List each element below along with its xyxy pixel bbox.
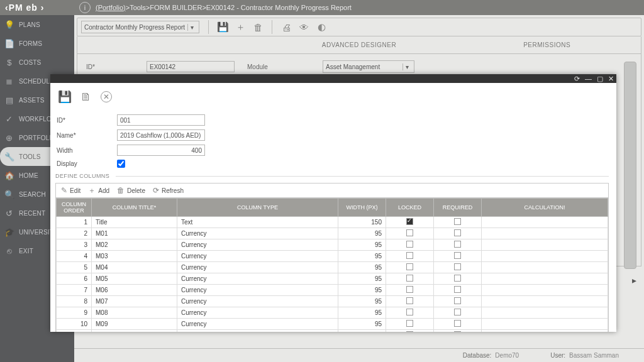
tab-0[interactable] bbox=[77, 36, 265, 53]
checkbox-icon[interactable] bbox=[406, 218, 413, 225]
grid-add-button[interactable]: ＋Add bbox=[88, 185, 109, 196]
grid-refresh-button[interactable]: ⟳Refresh bbox=[153, 186, 184, 195]
cell-locked[interactable] bbox=[386, 251, 434, 262]
th-width[interactable]: WIDTH (PX) bbox=[338, 199, 386, 217]
table-row[interactable]: 8M07Currency95 bbox=[57, 296, 608, 307]
add-icon[interactable]: ＋ bbox=[233, 21, 247, 33]
form-id-input[interactable] bbox=[147, 61, 235, 72]
save-icon[interactable]: 💾 bbox=[58, 90, 72, 104]
tab-2[interactable]: PERMISSIONS bbox=[453, 36, 641, 53]
checkbox-icon[interactable] bbox=[406, 297, 413, 304]
checkbox-icon[interactable] bbox=[454, 309, 461, 315]
th-order[interactable]: COLUMN ORDER bbox=[57, 199, 92, 217]
checkbox-icon[interactable] bbox=[406, 241, 413, 248]
cell-required[interactable] bbox=[434, 239, 482, 251]
cell-required[interactable] bbox=[434, 319, 482, 330]
checkbox-icon[interactable] bbox=[454, 218, 461, 225]
th-type[interactable]: COLUMN TYPE bbox=[177, 199, 338, 217]
grid-edit-button[interactable]: ✎Edit bbox=[61, 186, 80, 195]
checkbox-icon[interactable] bbox=[454, 275, 461, 282]
save-new-icon[interactable]: 🗎 bbox=[80, 90, 92, 104]
checkbox-icon[interactable] bbox=[406, 286, 413, 293]
columns-grid[interactable]: COLUMN ORDER COLUMN TITLE* COLUMN TYPE W… bbox=[55, 198, 609, 332]
cell-locked[interactable] bbox=[386, 239, 434, 251]
table-row[interactable]: 3M02Currency95 bbox=[57, 239, 608, 251]
checkbox-icon[interactable] bbox=[406, 309, 413, 315]
checkbox-icon[interactable] bbox=[454, 297, 461, 304]
th-locked[interactable]: LOCKED bbox=[386, 199, 434, 217]
checkbox-icon[interactable] bbox=[406, 320, 413, 327]
th-title[interactable]: COLUMN TITLE* bbox=[92, 199, 177, 217]
preview-icon[interactable]: 👁 bbox=[297, 22, 311, 33]
cell-required[interactable] bbox=[434, 285, 482, 296]
checkbox-icon[interactable] bbox=[454, 331, 461, 332]
th-required[interactable]: REQUIRED bbox=[434, 199, 482, 217]
chevron-right-icon[interactable]: ▸ bbox=[632, 275, 636, 285]
cell-locked[interactable] bbox=[386, 307, 434, 319]
crumb-tools[interactable]: Tools bbox=[130, 4, 146, 11]
checkbox-icon[interactable] bbox=[454, 252, 461, 259]
checkbox-icon[interactable] bbox=[406, 263, 413, 270]
cell-locked[interactable] bbox=[386, 296, 434, 307]
cell-required[interactable] bbox=[434, 217, 482, 228]
checkbox-icon[interactable] bbox=[454, 229, 461, 236]
th-calc[interactable]: CALCULATION! bbox=[482, 199, 608, 217]
cell-locked[interactable] bbox=[386, 228, 434, 239]
crumb-code[interactable]: EX00142 bbox=[206, 4, 235, 11]
cell-required[interactable] bbox=[434, 262, 482, 273]
cell-required[interactable] bbox=[434, 228, 482, 239]
reload-icon[interactable]: ⟳ bbox=[574, 75, 580, 83]
minimize-icon[interactable]: — bbox=[585, 75, 592, 82]
crumb-formbuilder[interactable]: FORM BUILDER bbox=[150, 4, 202, 11]
checkbox-icon[interactable] bbox=[406, 252, 413, 259]
cell-locked[interactable] bbox=[386, 285, 434, 296]
right-scrollbar[interactable]: ▸ bbox=[624, 62, 638, 337]
checkbox-icon[interactable] bbox=[454, 320, 461, 327]
checkbox-icon[interactable] bbox=[454, 241, 461, 248]
table-row[interactable]: 6M05Currency95 bbox=[57, 273, 608, 285]
cell-required[interactable] bbox=[434, 330, 482, 332]
cell-locked[interactable] bbox=[386, 330, 434, 332]
crumb-portfolio[interactable]: (Portfolio) bbox=[96, 4, 126, 11]
toggle-icon[interactable]: ◐ bbox=[314, 21, 328, 33]
checkbox-icon[interactable] bbox=[454, 286, 461, 293]
table-row[interactable]: 10M09Currency95 bbox=[57, 319, 608, 330]
cell-required[interactable] bbox=[434, 296, 482, 307]
mf-display-checkbox[interactable] bbox=[117, 160, 125, 168]
cell-required[interactable] bbox=[434, 251, 482, 262]
sidebar-item-forms[interactable]: 📄FORMS bbox=[0, 34, 74, 53]
cell-required[interactable] bbox=[434, 307, 482, 319]
cell-locked[interactable] bbox=[386, 217, 434, 228]
grid-delete-button[interactable]: 🗑Delete bbox=[117, 186, 145, 195]
table-row[interactable]: 5M04Currency95 bbox=[57, 262, 608, 273]
table-row[interactable]: 9M08Currency95 bbox=[57, 307, 608, 319]
close-icon[interactable]: ✕ bbox=[608, 75, 614, 83]
cell-locked[interactable] bbox=[386, 319, 434, 330]
checkbox-icon[interactable] bbox=[406, 275, 413, 282]
cancel-icon[interactable]: ✕ bbox=[101, 91, 112, 102]
maximize-icon[interactable]: ▢ bbox=[597, 75, 603, 83]
module-dropdown[interactable]: Asset Management ▾ bbox=[323, 60, 414, 73]
checkbox-icon[interactable] bbox=[454, 263, 461, 270]
checkbox-icon[interactable] bbox=[406, 331, 413, 332]
table-row[interactable]: 1TitleText150 bbox=[57, 217, 608, 228]
table-row[interactable]: 4M03Currency95 bbox=[57, 251, 608, 262]
info-icon[interactable]: i bbox=[79, 2, 91, 13]
save-icon[interactable]: 💾 bbox=[216, 21, 230, 33]
cell-locked[interactable] bbox=[386, 273, 434, 285]
tab-1[interactable]: ADVANCED DESIGNER bbox=[265, 36, 453, 53]
sidebar-item-plans[interactable]: 💡PLANS bbox=[0, 15, 74, 34]
cell-required[interactable] bbox=[434, 273, 482, 285]
table-row[interactable]: 7M06Currency95 bbox=[57, 285, 608, 296]
cell-locked[interactable] bbox=[386, 262, 434, 273]
mf-name-input[interactable] bbox=[117, 129, 205, 141]
table-row[interactable]: 2M01Currency95 bbox=[57, 228, 608, 239]
print-icon[interactable]: 🖨 bbox=[279, 22, 293, 33]
record-dropdown[interactable]: Contractor Monthly Progress Report ▾ bbox=[81, 21, 199, 33]
table-row[interactable]: 11M10Currency95 bbox=[57, 330, 608, 332]
sidebar-item-costs[interactable]: $COSTS bbox=[0, 53, 74, 72]
delete-icon[interactable]: 🗑 bbox=[251, 22, 265, 33]
mf-width-input[interactable] bbox=[117, 145, 205, 156]
mf-id-input[interactable] bbox=[117, 114, 205, 126]
checkbox-icon[interactable] bbox=[406, 229, 413, 236]
